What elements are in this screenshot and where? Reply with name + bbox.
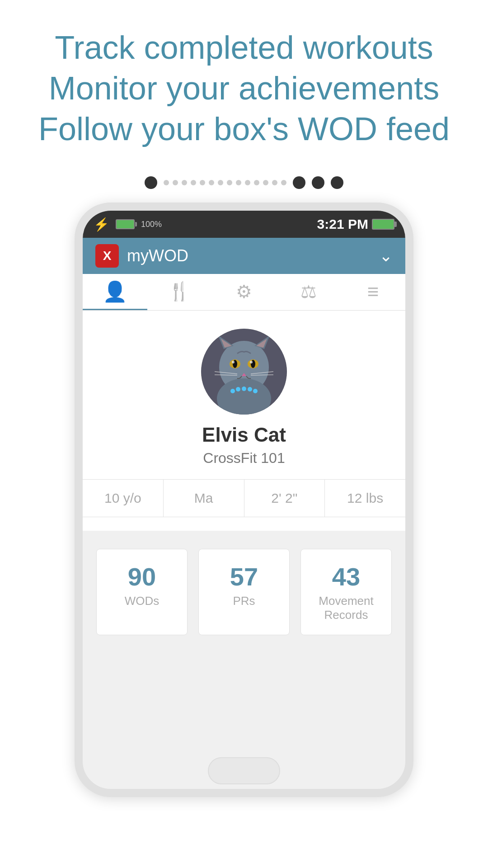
wods-number: 90: [128, 562, 156, 591]
status-left: ⚡ 100%: [94, 217, 162, 232]
metric-prs[interactable]: 57 PRs: [198, 549, 290, 635]
dot-left: [145, 176, 157, 189]
metric-wods[interactable]: 90 WODs: [96, 549, 188, 635]
wods-label: WODs: [125, 594, 160, 608]
header-tagline: Track completed workouts Monitor your ac…: [11, 27, 477, 149]
tagline-line1: Track completed workouts: [38, 27, 450, 68]
tab-barbell[interactable]: ⚙: [212, 274, 277, 310]
dots-center: [164, 180, 286, 185]
svg-point-22: [248, 387, 252, 392]
tab-bar: 👤 🍴 ⚙ ⚖ ≡: [83, 274, 405, 311]
svg-point-23: [253, 389, 258, 393]
kettlebell-icon: ⚖: [300, 281, 317, 302]
app-header: X myWOD ⌄: [83, 238, 405, 274]
tab-profile[interactable]: 👤: [83, 274, 147, 310]
avatar-image: [201, 329, 287, 415]
prs-number: 57: [230, 562, 258, 591]
chevron-down-icon[interactable]: ⌄: [379, 246, 393, 265]
prs-label: PRs: [233, 594, 255, 608]
battery-full-icon: [372, 219, 394, 230]
app-title: myWOD: [127, 246, 188, 265]
home-button[interactable]: [208, 757, 280, 784]
dot-right: [331, 176, 343, 189]
stat-height: 2' 2": [244, 480, 325, 517]
profile-icon: 👤: [103, 280, 127, 303]
tagline-line2: Monitor your achievements: [38, 68, 450, 108]
svg-point-19: [230, 389, 235, 393]
svg-line-15: [215, 375, 237, 375]
tab-menu[interactable]: ≡: [341, 274, 405, 310]
app-header-left: X myWOD: [95, 244, 188, 268]
bottom-section: 90 WODs 57 PRs 43 Movement Records: [83, 531, 405, 653]
movement-records-label: Movement Records: [319, 594, 373, 622]
svg-point-11: [232, 361, 235, 363]
battery-small-icon: [116, 219, 135, 229]
empty-area: [83, 653, 405, 753]
dots-row: [145, 176, 343, 189]
svg-point-20: [236, 387, 240, 392]
menu-icon: ≡: [367, 282, 379, 302]
bio-stats-row: 10 y/o Ma 2' 2" 12 lbs: [83, 479, 405, 517]
tab-workout[interactable]: 🍴: [147, 274, 212, 310]
profile-section: Elvis Cat CrossFit 101 10 y/o Ma 2' 2" 1…: [83, 311, 405, 531]
stat-gender: Ma: [164, 480, 244, 517]
barbell-icon: ⚙: [236, 281, 252, 302]
status-right: 3:21 PM: [317, 217, 394, 232]
phone-bottom: [83, 753, 405, 789]
stat-age: 10 y/o: [83, 480, 164, 517]
phone-device: ⚡ 100% 3:21 PM X myWOD ⌄ 👤 🍴 ⚙ ⚖: [75, 203, 413, 797]
status-bar: ⚡ 100% 3:21 PM: [83, 211, 405, 238]
usb-icon: ⚡: [94, 217, 109, 232]
profile-name: Elvis Cat: [202, 424, 286, 446]
stat-weight: 12 lbs: [325, 480, 405, 517]
movement-records-number: 43: [332, 562, 360, 591]
svg-point-12: [250, 361, 253, 363]
tagline-line3: Follow your box's WOD feed: [38, 108, 450, 149]
tab-kettlebell[interactable]: ⚖: [276, 274, 341, 310]
avatar: [201, 329, 287, 415]
metrics-row: 90 WODs 57 PRs 43 Movement Records: [96, 549, 392, 635]
profile-gym: CrossFit 101: [203, 450, 285, 467]
dot-middle1: [293, 176, 305, 189]
metric-movement-records[interactable]: 43 Movement Records: [300, 549, 392, 635]
dot-middle2: [312, 176, 324, 189]
status-time: 3:21 PM: [317, 217, 368, 232]
workout-icon: 🍴: [168, 281, 191, 302]
svg-line-17: [251, 375, 273, 375]
battery-percent: 100%: [141, 220, 162, 229]
app-icon: X: [95, 244, 119, 268]
svg-point-21: [242, 387, 246, 391]
